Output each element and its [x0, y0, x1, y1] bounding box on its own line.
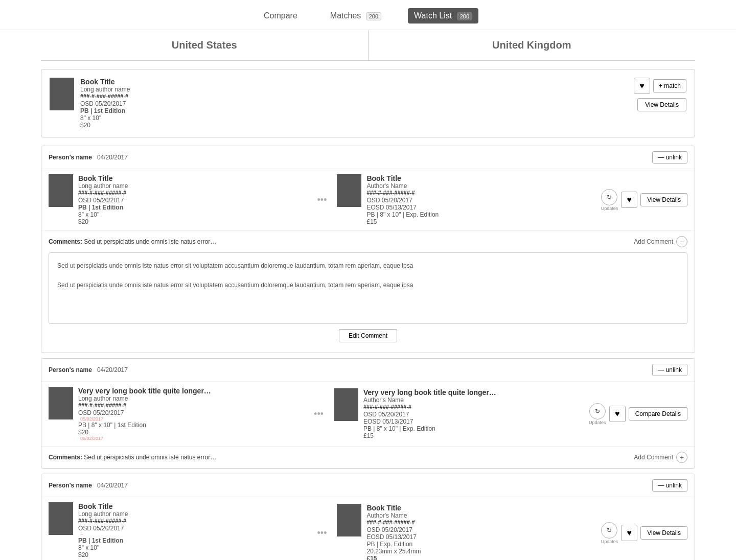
right-book-title-0: Book Title — [366, 174, 595, 182]
left-book-title-2: Book Title — [78, 502, 307, 510]
view-details-button[interactable]: View Details — [637, 98, 686, 111]
right-book-author-0: Author's Name — [366, 182, 595, 190]
left-size-0: 8" x 10" — [78, 211, 307, 218]
featured-book-title: Book Title — [80, 78, 619, 86]
comments-section-0: Comments: Sed ut perspiciatis unde omnis… — [41, 230, 695, 353]
updates-btn-1[interactable]: ↻ Updates — [589, 403, 606, 425]
match-header-left-2: Person's name 04/20/2017 — [49, 482, 128, 489]
right-book-thumb-2 — [337, 504, 361, 536]
person-name-2: Person's name — [49, 482, 92, 489]
nav-watchlist[interactable]: Watch List 200 — [408, 8, 478, 24]
left-edition-0: PB | 1st Edition — [78, 204, 307, 211]
left-book-title-1: Very very long book title quite longer… — [78, 387, 304, 395]
nav-compare[interactable]: Compare — [258, 8, 304, 24]
col-us: United States — [41, 30, 368, 60]
match-date-2: 04/20/2017 — [97, 482, 128, 489]
match-book-left-0: Book Title Long author name ###-#-###-##… — [49, 174, 307, 225]
right-book-author-1: Author's Name — [363, 396, 589, 404]
heart-button-0[interactable]: ♥ — [621, 192, 637, 208]
comments-section-1: Comments: Sed ut perspiciatis unde omnis… — [41, 446, 695, 468]
right-book-thumb-1 — [334, 388, 358, 421]
columns-header: United States United Kingdom — [41, 30, 695, 61]
right-price-0: £15 — [366, 218, 595, 225]
featured-action-row: ♥ + match — [634, 78, 686, 94]
match-header-0: Person's name 04/20/2017 — unlink — [41, 146, 695, 169]
unlink-button-0[interactable]: — unlink — [652, 151, 687, 164]
updates-btn-2[interactable]: ↻ Updates — [601, 522, 618, 544]
match-header-1: Person's name 04/20/2017 — unlink — [41, 359, 695, 381]
add-comment-0[interactable]: Add Comment − — [634, 236, 687, 247]
match-header-left-1: Person's name 04/20/2017 — [49, 366, 128, 374]
left-book-author-1: Long author name — [78, 395, 304, 402]
main-content: Book Title Long author name ###-#-###-##… — [41, 69, 695, 560]
right-book-meta-0: OSD 05/20/2017 EOSD 05/13/2017 PB | 8" x… — [366, 197, 595, 225]
right-osd-0: OSD 05/20/2017 — [366, 197, 595, 204]
matches-badge: 200 — [366, 12, 381, 20]
comment-circle-btn-1[interactable]: + — [676, 452, 687, 463]
right-book-isbn-2: ###-#-###-#####-# — [366, 519, 595, 525]
updates-btn-0[interactable]: ↻ Updates — [601, 189, 618, 211]
comment-circle-btn-0[interactable]: − — [676, 236, 687, 247]
match-dots-1: ••• — [304, 409, 334, 419]
updates-icon-0: ↻ — [601, 189, 617, 205]
left-size-2: 8" x 10" — [78, 544, 307, 551]
nav-matches[interactable]: Matches 200 — [324, 8, 387, 24]
left-book-info-1: Very very long book title quite longer… … — [78, 387, 304, 441]
left-book-author-0: Long author name — [78, 182, 307, 190]
match-dots-2: ••• — [307, 528, 337, 539]
right-book-info-0: Book Title Author's Name ###-#-###-#####… — [366, 174, 595, 225]
updates-icon-1: ↻ — [589, 403, 606, 419]
left-book-author-2: Long author name — [78, 510, 307, 518]
featured-edition: PB | 1st Edition — [80, 107, 619, 114]
match-group-0: Person's name 04/20/2017 — unlink Book T… — [41, 146, 695, 353]
right-book-isbn-0: ###-#-###-#####-# — [366, 190, 595, 196]
left-price-2: $20 ~ — [78, 551, 307, 560]
match-button[interactable]: + match — [653, 79, 686, 92]
featured-price: $20 — [80, 122, 619, 129]
left-book-thumb-2 — [49, 502, 73, 535]
match-book-left-2: Book Title Long author name ###-#-###-##… — [49, 502, 307, 560]
featured-book-author: Long author name — [80, 86, 619, 93]
left-edition-1: PB | 8" x 10" | 1st Edition — [78, 422, 304, 429]
featured-osd: OSD 05/20/2017 — [80, 100, 619, 107]
person-name-1: Person's name — [49, 366, 92, 374]
match-book-left-1: Very very long book title quite longer… … — [49, 387, 304, 441]
match-book-right-2: Book Title Author's Name ###-#-###-#####… — [337, 504, 595, 560]
heart-button[interactable]: ♥ — [634, 78, 650, 94]
featured-book-isbn: ###-#-###-#####-# — [80, 93, 619, 99]
right-book-author-2: Author's Name — [366, 512, 595, 519]
right-book-meta-1: OSD 05/20/2017 EOSD 05/13/2017 PB | 8" x… — [363, 411, 589, 439]
unlink-button-2[interactable]: — unlink — [652, 479, 687, 492]
left-book-meta-1: OSD 05/20/2017 05/02/2017 PB | 8" x 10" … — [78, 409, 304, 441]
match-header-2: Person's name 04/20/2017 — unlink — [41, 474, 695, 497]
left-book-info-2: Book Title Long author name ###-#-###-##… — [78, 502, 307, 560]
heart-button-1[interactable]: ♥ — [609, 406, 626, 422]
right-book-isbn-1: ###-#-###-#####-# — [363, 404, 589, 410]
left-osd-2: OSD 05/20/2017 ~ — [78, 525, 307, 537]
left-book-meta-0: OSD 05/20/2017 PB | 1st Edition 8" x 10"… — [78, 197, 307, 225]
left-book-isbn-0: ###-#-###-#####-# — [78, 190, 307, 196]
match-book-right-0: Book Title Author's Name ###-#-###-#####… — [337, 174, 595, 225]
comments-label-0: Comments: Sed ut perspiciatis unde omnis… — [49, 238, 216, 245]
match-group-2: Person's name 04/20/2017 — unlink Book T… — [41, 474, 695, 560]
edit-comment-btn-0[interactable]: Edit Comment — [339, 329, 397, 342]
right-book-title-1: Very very long book title quite longer… — [363, 388, 589, 396]
match-books-row-1: Very very long book title quite longer… … — [41, 381, 695, 446]
view-button-2[interactable]: View Details — [640, 526, 687, 540]
view-button-0[interactable]: View Details — [640, 193, 687, 206]
heart-button-2[interactable]: ♥ — [621, 525, 637, 541]
match-date-1: 04/20/2017 — [97, 366, 128, 374]
left-osd-0: OSD 05/20/2017 — [78, 197, 307, 204]
match-book-right-1: Very very long book title quite longer… … — [334, 388, 589, 439]
match-date-0: 04/20/2017 — [97, 154, 128, 161]
add-comment-1[interactable]: Add Comment + — [634, 452, 687, 463]
right-book-title-2: Book Title — [366, 504, 595, 512]
right-edition-0: PB | 8" x 10" | Exp. Edition — [366, 211, 595, 218]
left-osd-1: OSD 05/20/2017 05/02/2017 — [78, 409, 304, 422]
featured-book-meta: OSD 05/20/2017 PB | 1st Edition 8" x 10"… — [80, 100, 619, 129]
left-book-thumb-1 — [49, 387, 73, 419]
compare-button-1[interactable]: Compare Details — [629, 407, 687, 421]
unlink-button-1[interactable]: — unlink — [652, 364, 687, 376]
right-book-info-2: Book Title Author's Name ###-#-###-#####… — [366, 504, 595, 560]
updates-icon-2: ↻ — [601, 522, 617, 539]
